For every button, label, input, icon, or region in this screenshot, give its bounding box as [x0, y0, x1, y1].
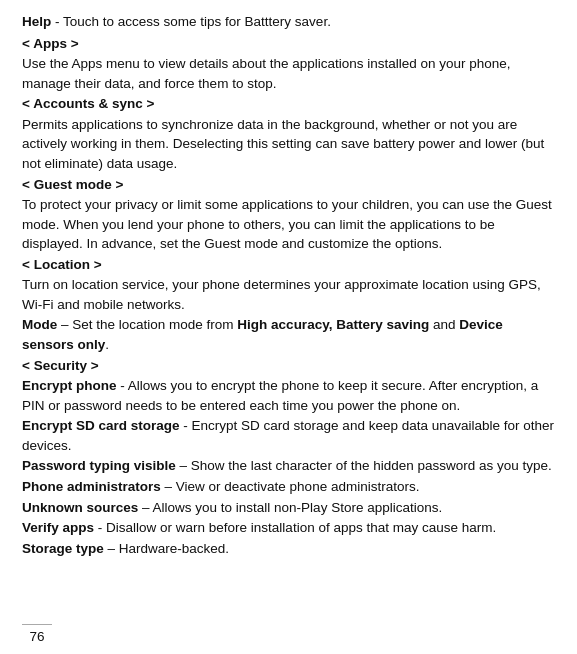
security-header: < Security >: [22, 356, 555, 376]
guest-body: To protect your privacy or limit some ap…: [22, 195, 555, 254]
password-text: – Show the last character of the hidden …: [176, 458, 552, 473]
page-container: Help - Touch to access some tips for Bat…: [0, 0, 577, 654]
help-text: - Touch to access some tips for Batttery…: [51, 14, 331, 29]
apps-body: Use the Apps menu to view details about …: [22, 54, 555, 93]
storage-type-text: – Hardware-backed.: [104, 541, 229, 556]
device-sensors-end: .: [105, 337, 109, 352]
phone-admin-bold: Phone administrators: [22, 479, 161, 494]
page-number: 76: [22, 624, 52, 644]
content-area: Help - Touch to access some tips for Bat…: [22, 12, 555, 558]
storage-type-bold: Storage type: [22, 541, 104, 556]
unknown-sources-bold: Unknown sources: [22, 500, 138, 515]
encrypt-sd-bold: Encrypt SD card storage: [22, 418, 180, 433]
help-label: Help: [22, 14, 51, 29]
phone-admin-text: – View or deactivate phone administrator…: [161, 479, 420, 494]
encrypt-phone-bold: Encrypt phone: [22, 378, 117, 393]
verify-apps-line: Verify apps - Disallow or warn before in…: [22, 518, 555, 538]
high-accuracy-bold: High accuracy, Battery saving: [237, 317, 429, 332]
encrypt-sd-line: Encrypt SD card storage - Encrypt SD car…: [22, 416, 555, 455]
encrypt-phone-line: Encrypt phone - Allows you to encrypt th…: [22, 376, 555, 415]
guest-header: < Guest mode >: [22, 175, 555, 195]
unknown-sources-line: Unknown sources – Allows you to install …: [22, 498, 555, 518]
accounts-body: Permits applications to synchronize data…: [22, 115, 555, 174]
accounts-header: < Accounts & sync >: [22, 94, 555, 114]
and-text: and: [429, 317, 459, 332]
unknown-sources-text: – Allows you to install non-Play Store a…: [138, 500, 442, 515]
storage-type-line: Storage type – Hardware-backed.: [22, 539, 555, 559]
mode-line: Mode – Set the location mode from High a…: [22, 315, 555, 354]
help-section: Help - Touch to access some tips for Bat…: [22, 12, 555, 32]
location-body: Turn on location service, your phone det…: [22, 275, 555, 314]
location-header: < Location >: [22, 255, 555, 275]
verify-apps-text: - Disallow or warn before installation o…: [94, 520, 496, 535]
mode-text: – Set the location mode from: [57, 317, 237, 332]
phone-admin-line: Phone administrators – View or deactivat…: [22, 477, 555, 497]
password-bold: Password typing visible: [22, 458, 176, 473]
mode-bold: Mode: [22, 317, 57, 332]
page-number-text: 76: [29, 629, 44, 644]
verify-apps-bold: Verify apps: [22, 520, 94, 535]
password-line: Password typing visible – Show the last …: [22, 456, 555, 476]
apps-header: < Apps >: [22, 34, 555, 54]
